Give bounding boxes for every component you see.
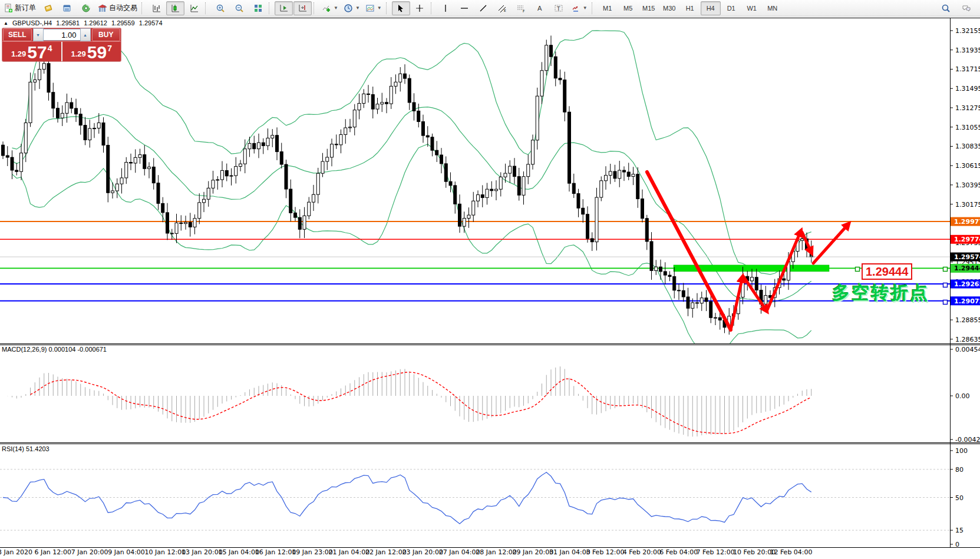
svg-text:10 Jan 12:00: 10 Jan 12:00 (145, 548, 186, 556)
indicator-axes[interactable]: 0.0045420.00-0.0042621008050150 (950, 346, 980, 548)
vertical-line-tool-button[interactable] (437, 1, 455, 15)
timeframe-d1-button[interactable]: D1 (721, 1, 741, 15)
svg-text:1.29774: 1.29774 (954, 236, 980, 243)
svg-text:1.29977: 1.29977 (954, 218, 980, 226)
svg-text:9 Jan 04:00: 9 Jan 04:00 (108, 548, 145, 556)
sell-price-pip: 4 (48, 44, 52, 53)
crosshair-tool-button[interactable] (411, 1, 429, 15)
market-watch-button[interactable] (39, 1, 57, 15)
zoom-in-button[interactable] (211, 1, 229, 15)
timeframe-m1-button[interactable]: M1 (598, 1, 618, 15)
sell-button[interactable]: SELL (3, 28, 32, 41)
volume-stepper: ▼ ▲ (33, 29, 91, 41)
cursor-icon (396, 4, 405, 13)
tile-windows-button[interactable] (249, 1, 267, 15)
text-label-tool-button[interactable]: T (550, 1, 568, 15)
svg-text:1.30175: 1.30175 (955, 201, 980, 209)
trendline-icon (479, 4, 488, 13)
rsi-indicator (0, 469, 950, 530)
bar-chart-icon (152, 4, 161, 13)
chevron-down-icon: ▼ (355, 5, 360, 11)
chat-button[interactable] (957, 1, 975, 15)
svg-text:80: 80 (955, 466, 963, 474)
vertical-line-icon (441, 4, 450, 13)
data-window-button[interactable] (58, 1, 76, 15)
toolbar-grip (141, 2, 145, 14)
svg-text:7 Feb 12:00: 7 Feb 12:00 (697, 548, 735, 556)
search-icon (941, 4, 951, 13)
timeframe-mn-button[interactable]: MN (763, 1, 783, 15)
svg-text:1.30835: 1.30835 (955, 143, 980, 150)
text-tool-button[interactable]: A (531, 1, 549, 15)
timeframe-h1-button[interactable]: H1 (680, 1, 700, 15)
trend-arrows-drawing[interactable] (647, 172, 849, 330)
chart-shift-button[interactable] (293, 1, 312, 15)
ohlc-low: 1.29559 (111, 19, 135, 27)
timeframe-w1-button[interactable]: W1 (742, 1, 762, 15)
chevron-down-icon: ▼ (377, 5, 382, 11)
price-annotation-tag[interactable]: 1.29444 (862, 263, 912, 280)
ohlc-high: 1.29612 (84, 19, 107, 27)
object-handle[interactable] (943, 267, 948, 272)
templates-button[interactable]: ▼ (363, 1, 384, 15)
macd-indicator (3, 366, 811, 436)
svg-text:22 Jan 12:00: 22 Jan 12:00 (365, 548, 407, 556)
arrows-tool-button[interactable]: ▼ (569, 1, 590, 15)
svg-text:1.28635: 1.28635 (955, 336, 980, 343)
svg-text:1.29574: 1.29574 (954, 253, 980, 261)
time-axis[interactable]: 3 Jan 20206 Jan 12:007 Jan 20:009 Jan 04… (0, 548, 813, 556)
timeframe-m5-button[interactable]: M5 (618, 1, 638, 15)
collapse-panel-icon[interactable]: ▲ (4, 21, 8, 26)
object-handle[interactable] (943, 300, 948, 305)
cursor-tool-button[interactable] (392, 1, 410, 15)
horizontal-line-tool-button[interactable] (456, 1, 474, 15)
indicators-button[interactable]: ▼ (319, 1, 341, 15)
fibonacci-tool-button[interactable]: F (512, 1, 530, 15)
toolbar-grip (592, 2, 595, 14)
buy-price-display[interactable]: 1.29 59 7 (62, 42, 121, 61)
timeframe-m30-button[interactable]: M30 (659, 1, 679, 15)
ohlc-open: 1.29581 (56, 19, 80, 27)
buy-button[interactable]: BUY (92, 28, 121, 41)
periods-button[interactable]: ▼ (341, 1, 362, 15)
templates-icon (365, 4, 375, 13)
zoom-out-icon (235, 4, 244, 13)
sell-price-prefix: 1.29 (11, 49, 26, 58)
candlestick-mode-button[interactable] (166, 1, 184, 15)
svg-text:3 Feb 12:00: 3 Feb 12:00 (586, 548, 624, 556)
sell-price-display[interactable]: 1.29 57 4 (2, 42, 62, 61)
main-toolbar: 新订单 自动交易 (0, 0, 980, 16)
channel-tool-button[interactable]: E (493, 1, 512, 15)
object-handle[interactable] (856, 267, 860, 272)
search-button[interactable] (936, 1, 955, 15)
ohlc-close: 1.29574 (139, 19, 163, 27)
object-handle[interactable] (943, 283, 948, 287)
timeframe-h4-button[interactable]: H4 (701, 1, 721, 15)
periods-clock-icon (344, 4, 353, 13)
zoom-out-button[interactable] (230, 1, 248, 15)
chart-canvas[interactable]: 1.321551.319351.317151.314951.312751.310… (0, 0, 980, 559)
svg-text:0: 0 (955, 541, 959, 548)
volume-input[interactable] (44, 29, 80, 41)
volume-decrease-button[interactable]: ▼ (33, 28, 44, 41)
svg-text:-0.004262: -0.004262 (955, 436, 980, 444)
bar-chart-mode-button[interactable] (147, 1, 166, 15)
market-watch-icon (44, 4, 53, 13)
volume-increase-button[interactable]: ▲ (80, 28, 91, 41)
equidistant-channel-icon: E (497, 4, 507, 13)
trendline-tool-button[interactable] (474, 1, 493, 15)
svg-text:28 Jan 12:00: 28 Jan 12:00 (476, 548, 517, 556)
turning-point-annotation[interactable]: 多空转折点 (832, 281, 929, 305)
timeframe-m15-button[interactable]: M15 (639, 1, 659, 15)
navigator-button[interactable] (77, 1, 95, 15)
line-chart-mode-button[interactable] (185, 1, 203, 15)
autotrading-button[interactable]: 自动交易 (95, 1, 140, 15)
horizontal-line-icon (460, 4, 469, 13)
new-order-button[interactable]: 新订单 (1, 1, 38, 15)
buy-price-prefix: 1.29 (71, 49, 86, 58)
buy-price-pip: 7 (107, 44, 112, 53)
one-click-trading-panel: SELL ▼ ▲ BUY 1.29 57 4 1.29 59 7 (2, 28, 121, 61)
svg-text:50: 50 (955, 494, 963, 502)
svg-text:27 Jan 04:00: 27 Jan 04:00 (439, 548, 480, 556)
auto-scroll-button[interactable] (275, 1, 293, 15)
